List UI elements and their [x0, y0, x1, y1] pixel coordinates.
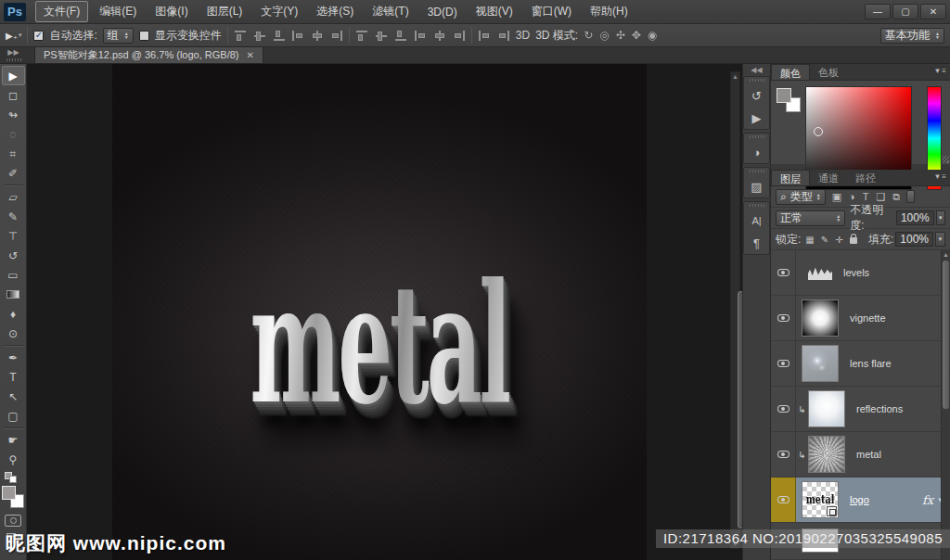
menu-select[interactable]: 选择(S) — [309, 2, 361, 21]
visibility-toggle[interactable] — [771, 296, 796, 340]
color-panel-menu-icon[interactable]: ▼≡ — [933, 67, 947, 75]
3d-pan-icon[interactable]: ✣ — [616, 29, 625, 42]
eraser-tool[interactable]: ▭ — [2, 265, 25, 285]
auto-select-dropdown[interactable]: 组▲▼ — [103, 28, 134, 44]
visibility-toggle[interactable] — [771, 432, 796, 477]
path-selection-tool[interactable]: ↖ — [2, 387, 25, 406]
align-right-edges-icon[interactable] — [330, 30, 343, 42]
3d-roll-icon[interactable]: ◎ — [599, 29, 609, 42]
layer-thumbnail[interactable] — [808, 390, 845, 427]
foreground-background-swatches[interactable] — [2, 486, 24, 508]
layer-row-levels[interactable]: levels — [771, 250, 950, 296]
3d-orbit-icon[interactable]: ↻ — [584, 29, 593, 42]
lock-pixels-icon[interactable]: ✎ — [821, 235, 828, 245]
styles-panel-icon[interactable]: ▨ — [751, 178, 762, 195]
menu-image[interactable]: 图像(I) — [148, 2, 195, 21]
minimize-button[interactable]: — — [865, 4, 891, 19]
filter-adjustment-layers-icon[interactable]: ◑ — [849, 191, 855, 202]
lasso-tool[interactable]: ↬ — [2, 105, 25, 124]
align-left-edges-icon[interactable] — [291, 30, 304, 42]
tab-paths[interactable]: 路径 — [847, 170, 884, 185]
workspace-switcher[interactable]: 基本功能▲▼ — [880, 28, 944, 44]
lock-transparent-icon[interactable]: ▦ — [805, 235, 814, 245]
distribute-right-edges-icon[interactable] — [453, 30, 466, 42]
foreground-color-swatch[interactable] — [2, 486, 16, 500]
color-picker-circle[interactable] — [814, 127, 823, 136]
visibility-toggle[interactable] — [771, 477, 796, 522]
layer-thumbnail[interactable] — [808, 436, 845, 473]
toolbar-collapse-header[interactable]: ▶▶ — [0, 46, 27, 63]
menu-view[interactable]: 视图(V) — [469, 2, 520, 21]
eyedropper-tool[interactable]: ✐ — [2, 163, 25, 183]
blur-tool[interactable]: ♦ — [2, 304, 25, 324]
tab-swatches[interactable]: 色板 — [810, 64, 847, 80]
layer-row-metal[interactable]: ↳ metal — [771, 432, 950, 477]
fill-dropdown-icon[interactable]: ▼ — [935, 232, 945, 247]
color-panel-swatches[interactable] — [777, 88, 801, 112]
quick-selection-tool[interactable]: ◌ — [2, 124, 25, 144]
layers-panel-menu-icon[interactable]: ▼≡ — [933, 172, 947, 181]
history-panel-icon[interactable]: ↺ — [751, 87, 762, 104]
tab-layers[interactable]: 图层 — [771, 170, 810, 185]
dock-collapse-icon[interactable]: ◀◀ — [751, 65, 762, 76]
move-tool[interactable]: ▶ — [2, 66, 25, 85]
layer-thumbnail[interactable] — [802, 299, 839, 337]
visibility-toggle[interactable] — [771, 341, 796, 386]
panel-resize-handle[interactable] — [942, 156, 949, 163]
quick-mask-button[interactable] — [5, 515, 21, 527]
layer-filter-toggle[interactable] — [906, 190, 915, 203]
paragraph-panel-icon[interactable]: ¶ — [753, 235, 760, 251]
tab-color[interactable]: 颜色 — [771, 64, 810, 80]
visibility-toggle[interactable] — [771, 387, 796, 431]
filter-pixel-layers-icon[interactable]: ▣ — [832, 191, 841, 203]
distribute-left-edges-icon[interactable] — [414, 30, 427, 42]
show-transform-checkbox[interactable] — [139, 31, 149, 41]
canvas-area[interactable]: metal metal ▲ ▼ — [27, 64, 742, 560]
auto-distribute-layers-icon[interactable] — [497, 30, 510, 42]
document-canvas[interactable]: metal metal — [112, 64, 647, 560]
swap-colors-icon[interactable] — [4, 471, 22, 482]
distribute-top-edges-icon[interactable] — [355, 30, 368, 42]
foreground-color-swatch-panel[interactable] — [777, 88, 791, 103]
scrollbar-thumb[interactable] — [738, 291, 742, 529]
layer-row-reflections[interactable]: ↳ reflections — [771, 387, 950, 432]
opacity-dropdown-icon[interactable]: ▼ — [936, 210, 945, 225]
layer-row-logo[interactable]: metal logo fx ▼ — [771, 477, 950, 523]
align-horizontal-centers-icon[interactable] — [311, 30, 324, 42]
align-bottom-edges-icon[interactable] — [273, 30, 286, 42]
rectangular-marquee-tool[interactable]: ◻ — [2, 85, 25, 105]
menu-layer[interactable]: 图层(L) — [199, 2, 250, 21]
maximize-button[interactable]: ▢ — [892, 4, 918, 19]
3d-slide-icon[interactable]: ✥ — [632, 29, 641, 42]
adjustments-panel-icon[interactable]: ◑ — [753, 144, 761, 160]
type-tool[interactable]: T — [2, 367, 25, 387]
filter-smart-objects-icon[interactable]: ⧉ — [892, 191, 900, 203]
filter-shape-layers-icon[interactable]: ❑ — [876, 191, 885, 203]
distribute-horizontal-centers-icon[interactable] — [433, 30, 446, 42]
lock-all-icon[interactable] — [850, 237, 857, 244]
opacity-value[interactable]: 100% — [896, 210, 934, 225]
menu-type[interactable]: 文字(Y) — [253, 2, 305, 21]
pen-tool[interactable]: ✒ — [2, 348, 25, 367]
menu-filter[interactable]: 滤镜(T) — [365, 2, 416, 21]
layer-thumbnail-smart-object[interactable]: metal — [802, 481, 839, 518]
fill-value[interactable]: 100% — [895, 232, 933, 247]
clone-stamp-tool[interactable]: ⊤ — [2, 226, 25, 246]
layer-filter-dropdown[interactable]: ⌕ 类型 ▲▼ — [776, 189, 826, 205]
healing-brush-tool[interactable]: ▱ — [2, 187, 25, 207]
align-top-edges-icon[interactable] — [234, 30, 247, 42]
blend-mode-dropdown[interactable]: 正常▲▼ — [776, 210, 845, 226]
history-brush-tool[interactable]: ↺ — [2, 246, 25, 265]
filter-type-layers-icon[interactable]: T — [863, 191, 869, 202]
menu-window[interactable]: 窗口(W) — [524, 2, 579, 21]
tab-channels[interactable]: 通道 — [810, 170, 847, 185]
document-tab[interactable]: PS智能对象12.psd @ 36.7% (logo, RGB/8) ✕ — [34, 46, 263, 63]
gradient-tool[interactable] — [2, 285, 25, 304]
layers-scrollbar[interactable]: ▲ — [941, 250, 950, 560]
canvas-vertical-scrollbar[interactable]: ▲ ▼ — [730, 71, 740, 549]
distribute-vertical-centers-icon[interactable] — [375, 30, 388, 42]
brush-tool[interactable]: ✎ — [2, 207, 25, 226]
3d-camera-icon[interactable]: ◉ — [648, 29, 657, 42]
layer-row-vignette[interactable]: vignette — [771, 296, 950, 341]
distribute-bottom-edges-icon[interactable] — [394, 30, 407, 42]
